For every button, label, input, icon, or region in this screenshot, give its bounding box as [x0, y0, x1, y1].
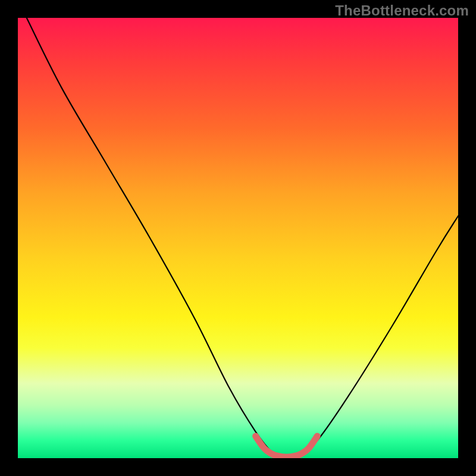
chart-frame: TheBottleneck.com	[0, 0, 476, 476]
chart-svg	[18, 18, 458, 458]
bottleneck-curve-path	[27, 18, 458, 458]
optimal-range-highlight	[256, 436, 318, 457]
watermark-label: TheBottleneck.com	[335, 2, 469, 19]
plot-area	[18, 18, 458, 458]
